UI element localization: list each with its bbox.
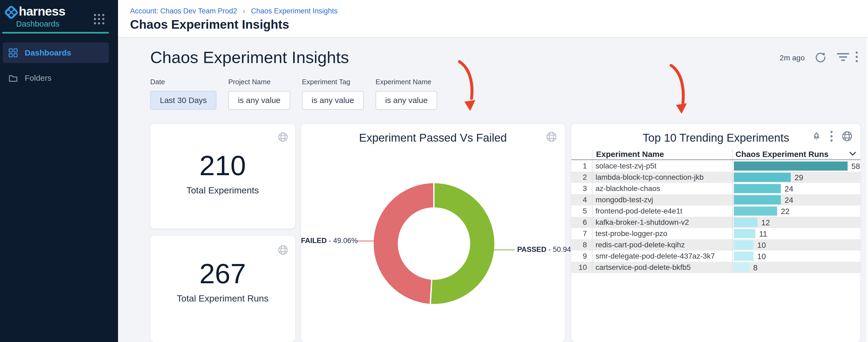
experiment-name-cell[interactable]: smr-delegate-pod-delete-437az-3k7	[595, 251, 715, 262]
sidebar-item-dashboards[interactable]: Dashboards	[3, 42, 109, 63]
runs-value: 22	[781, 207, 789, 216]
runs-value: 11	[759, 229, 767, 239]
annotation-arrow-right	[662, 61, 695, 120]
filter-value-button[interactable]: is any value	[302, 91, 364, 110]
donut-hole	[398, 207, 470, 280]
table-row[interactable]: 10cartservice-pod-delete-bkfb58	[571, 262, 861, 273]
experiment-name-cell[interactable]: az-blackhole-chaos	[595, 183, 660, 194]
row-rank: 7	[571, 228, 587, 239]
failed-slice-label: FAILED - 49.06%	[301, 237, 353, 245]
runs-bar[interactable]	[734, 161, 848, 170]
experiment-name-cell[interactable]: test-probe-logger-pzo	[595, 228, 668, 239]
harness-logo-icon[interactable]	[4, 5, 19, 20]
experiment-name-cell[interactable]: frontend-pod-delete-e4e1t	[595, 206, 682, 217]
top-header: Account: Chaos Dev Team Prod2 › Chaos Ex…	[118, 0, 868, 37]
scrollbar-track[interactable]	[865, 38, 868, 342]
trending-experiments-card: Top 10 Trending Experiments	[571, 124, 861, 342]
globe-icon[interactable]	[278, 245, 288, 255]
last-refreshed: 2m ago	[773, 54, 805, 62]
filter-label: Project Name	[228, 78, 290, 86]
experiment-name-cell[interactable]: mongodb-test-zvj	[595, 194, 653, 206]
runs-bar[interactable]	[734, 184, 781, 193]
runs-value: 10	[757, 252, 766, 261]
row-rank: 8	[571, 239, 587, 251]
passed-slice-label: PASSED - 50.94%	[517, 245, 578, 254]
table-row[interactable]: 5frontend-pod-delete-e4e1t22	[571, 206, 861, 217]
sidebar-item-label: Folders	[25, 73, 52, 83]
row-rank: 1	[571, 160, 587, 172]
page-title: Chaos Experiment Insights	[130, 17, 289, 32]
runs-value: 24	[784, 196, 793, 205]
runs-value: 29	[795, 173, 803, 182]
experiment-name-cell[interactable]: cartservice-pod-delete-bkfb5	[595, 262, 691, 273]
table-row[interactable]: 2lambda-block-tcp-connection-jkb29	[571, 172, 861, 183]
sidebar: harness Dashboards Dashboards Folders	[0, 0, 118, 342]
table-row[interactable]: 6kafka-broker-1-shutdown-v212	[571, 217, 861, 228]
brand-name: harness	[19, 4, 65, 19]
total-experiments-card: 210 Total Experiments	[150, 124, 295, 228]
total-experiments-value: 210	[150, 150, 295, 182]
table-row[interactable]: 8redis-cart-pod-delete-kqihz10	[571, 239, 861, 251]
dashboard-content: Chaos Experiment Insights 2m ago DateLas…	[118, 38, 868, 342]
runs-value: 24	[784, 185, 793, 193]
chart-title: Experiment Passed Vs Failed	[301, 131, 565, 144]
runs-value: 8	[753, 263, 757, 272]
filter-icon[interactable]	[837, 53, 849, 62]
module-underline	[2, 32, 109, 34]
runs-bar[interactable]	[734, 252, 753, 261]
runs-bar[interactable]	[734, 263, 749, 272]
row-rank: 6	[571, 217, 587, 228]
filter-group-experiment-tag: Experiment Tagis any value	[302, 78, 364, 110]
column-divider	[592, 149, 592, 273]
refresh-icon[interactable]	[815, 52, 826, 63]
row-rank: 9	[571, 251, 587, 262]
column-header-experiment-name[interactable]: Experiment Name	[596, 150, 664, 159]
total-experiment-runs-label: Total Experiment Runs	[150, 293, 295, 304]
passed-vs-failed-card: Experiment Passed Vs Failed FAILED - 49.…	[301, 124, 565, 342]
row-rank: 5	[571, 206, 587, 217]
filter-value-button[interactable]: Last 30 Days	[150, 91, 216, 110]
globe-icon[interactable]	[546, 131, 557, 142]
table-row[interactable]: 9smr-delegate-pod-delete-437az-3k710	[571, 251, 861, 262]
table-row[interactable]: 1solace-test-zvj-p5t58	[571, 160, 861, 172]
tile-kebab-menu-icon[interactable]	[831, 131, 833, 142]
column-header-chaos-experiment-runs[interactable]: Chaos Experiment Runs	[736, 150, 829, 159]
breadcrumb-current-link[interactable]: Chaos Experiment Insights	[251, 7, 338, 15]
runs-value: 12	[761, 218, 770, 227]
runs-bar[interactable]	[734, 207, 777, 216]
filter-label: Experiment Tag	[302, 78, 364, 86]
globe-icon[interactable]	[842, 131, 852, 142]
runs-bar[interactable]	[734, 240, 753, 249]
table-row[interactable]: 7test-probe-logger-pzo11	[571, 228, 861, 239]
breadcrumb-account-link[interactable]: Account: Chaos Dev Team Prod2	[130, 7, 237, 15]
row-rank: 10	[571, 262, 587, 273]
filter-label: Experiment Name	[375, 78, 437, 86]
module-switcher-grid-icon[interactable]	[94, 14, 104, 25]
experiment-name-cell[interactable]: lambda-block-tcp-connection-jkb	[595, 172, 704, 183]
folder-icon	[8, 73, 18, 83]
breadcrumb: Account: Chaos Dev Team Prod2 › Chaos Ex…	[130, 7, 337, 15]
experiment-name-cell[interactable]: kafka-broker-1-shutdown-v2	[595, 217, 689, 228]
add-alert-bell-icon[interactable]	[812, 131, 821, 141]
runs-bar[interactable]	[734, 195, 781, 205]
table-header-rule	[571, 159, 861, 160]
sort-chevron-down-icon[interactable]	[849, 151, 856, 156]
filter-group-experiment-name: Experiment Nameis any value	[375, 78, 437, 110]
table-row[interactable]: 3az-blackhole-chaos24	[571, 183, 861, 194]
filter-value-button[interactable]: is any value	[375, 91, 437, 110]
runs-bar[interactable]	[734, 173, 791, 182]
sidebar-item-folders[interactable]: Folders	[3, 68, 109, 88]
experiment-name-cell[interactable]: solace-test-zvj-p5t	[595, 160, 656, 172]
runs-bar[interactable]	[734, 229, 755, 238]
filter-value-button[interactable]: is any value	[228, 91, 290, 110]
table-row[interactable]: 4mongodb-test-zvj24	[571, 194, 861, 206]
column-divider	[732, 149, 733, 273]
runs-bar[interactable]	[734, 218, 757, 227]
filter-group-project-name: Project Nameis any value	[228, 78, 290, 110]
globe-icon[interactable]	[278, 132, 288, 142]
dashboard-heading: Chaos Experiment Insights	[150, 48, 349, 67]
experiment-name-cell[interactable]: redis-cart-pod-delete-kqihz	[595, 239, 685, 251]
dashboard-kebab-menu-icon[interactable]	[856, 52, 858, 62]
dashboards-icon	[8, 48, 18, 57]
filter-group-date: DateLast 30 Days	[150, 78, 216, 110]
